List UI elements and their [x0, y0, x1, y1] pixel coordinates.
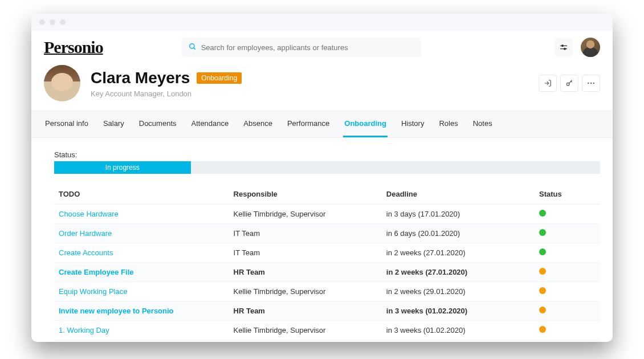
employee-name: Clara Meyers: [91, 69, 190, 87]
cell-deadline: in 3 weeks (01.02.2020): [382, 301, 535, 321]
col-header-deadline: Deadline: [382, 184, 535, 205]
cell-responsible: IT Team: [229, 243, 382, 263]
settings-sliders-button[interactable]: [555, 38, 573, 56]
svg-point-10: [593, 83, 594, 84]
tab-roles[interactable]: Roles: [438, 111, 459, 137]
more-button[interactable]: [582, 75, 600, 92]
cell-responsible: Kellie Timbridge, Supervisor: [229, 321, 382, 340]
progress-fill: In progress: [54, 161, 191, 174]
window-dot: [50, 19, 55, 25]
cell-todo: 1. Working Day: [54, 321, 229, 340]
todo-link[interactable]: Order Hardware: [59, 229, 112, 238]
table-row: Welcome EmailHR Teamin 3 weeks (01.02.20…: [54, 340, 600, 342]
cell-todo: Invite new employee to Personio: [54, 301, 229, 321]
profile-info: Clara Meyers Onboarding Key Account Mana…: [91, 69, 242, 98]
status-dot-orange: [539, 326, 546, 333]
cell-todo: Equip Working Place: [54, 282, 229, 301]
cell-deadline: in 2 weeks (27.01.2020): [382, 243, 535, 263]
cell-todo: Welcome Email: [54, 340, 229, 342]
employee-avatar[interactable]: [44, 65, 80, 101]
employee-subtitle: Key Account Manager, London: [91, 89, 242, 98]
col-header-responsible: Responsible: [229, 184, 382, 205]
table-row: 1. Working DayKellie Timbridge, Supervis…: [54, 321, 600, 340]
cell-responsible: Kellie Timbridge, Supervisor: [229, 282, 382, 301]
topbar-right: [555, 38, 600, 57]
top-bar: Personio: [31, 31, 613, 63]
table-row: Choose HardwareKellie Timbridge, Supervi…: [54, 205, 600, 224]
table-row: Create AccountsIT Teamin 2 weeks (27.01.…: [54, 243, 600, 263]
cell-status: [535, 205, 600, 224]
window-dot: [39, 19, 45, 25]
status-dot-orange: [539, 307, 546, 313]
table-row: Create Employee FileHR Teamin 2 weeks (2…: [54, 263, 600, 282]
svg-point-4: [562, 45, 564, 47]
window-titlebar: [31, 14, 613, 31]
content-area: Status: In progress TODO Responsible Dea…: [31, 138, 613, 342]
cell-deadline: in 3 weeks (01.02.2020): [382, 321, 535, 340]
tab-performance[interactable]: Performance: [286, 111, 331, 137]
table-header-row: TODO Responsible Deadline Status: [54, 184, 600, 205]
cell-status: [535, 340, 600, 342]
search-input[interactable]: [201, 43, 414, 52]
tab-personal-info[interactable]: Personal info: [44, 111, 89, 137]
status-badge: Onboarding: [197, 72, 242, 84]
cell-status: [535, 224, 600, 243]
status-dot-orange: [539, 268, 546, 275]
svg-line-1: [193, 47, 195, 49]
svg-point-8: [588, 83, 589, 84]
search-icon: [189, 43, 197, 52]
user-avatar[interactable]: [581, 38, 600, 57]
cell-deadline: in 2 weeks (27.01.2020): [382, 263, 535, 282]
svg-point-5: [564, 48, 566, 50]
todo-link[interactable]: Equip Working Place: [59, 287, 127, 296]
todo-link[interactable]: Choose Hardware: [59, 210, 119, 218]
svg-point-7: [566, 83, 569, 85]
cell-todo: Create Employee File: [54, 263, 229, 282]
cell-deadline: in 3 days (17.01.2020): [382, 205, 535, 224]
svg-point-9: [590, 83, 592, 84]
cell-responsible: HR Team: [229, 301, 382, 321]
cell-deadline: in 6 days (20.01.2020): [382, 224, 535, 243]
tab-attendance[interactable]: Attendance: [190, 111, 230, 137]
search-box[interactable]: [182, 38, 421, 57]
todo-link[interactable]: 1. Working Day: [59, 326, 109, 334]
tab-notes[interactable]: Notes: [472, 111, 494, 137]
status-label: Status:: [54, 150, 600, 159]
profile-header: Clara Meyers Onboarding Key Account Mana…: [31, 63, 613, 111]
cell-status: [535, 321, 600, 340]
tab-salary[interactable]: Salary: [102, 111, 125, 137]
cell-status: [535, 243, 600, 263]
status-dot-green: [539, 229, 546, 236]
status-dot-green: [539, 248, 546, 255]
cell-todo: Create Accounts: [54, 243, 229, 263]
cell-responsible: HR Team: [229, 340, 382, 342]
status-dot-orange: [539, 287, 546, 294]
tab-absence[interactable]: Absence: [242, 111, 274, 137]
todo-table: TODO Responsible Deadline Status Choose …: [54, 184, 600, 342]
svg-point-0: [189, 43, 194, 48]
profile-actions: [539, 75, 600, 92]
tab-history[interactable]: History: [400, 111, 425, 137]
todo-link[interactable]: Invite new employee to Personio: [59, 307, 174, 315]
tab-documents[interactable]: Documents: [138, 111, 178, 137]
cell-deadline: in 2 weeks (29.01.2020): [382, 282, 535, 301]
cell-deadline: in 3 weeks (01.02.2020): [382, 340, 535, 342]
progress-bar: In progress: [54, 161, 600, 174]
col-header-status: Status: [535, 184, 600, 205]
cell-responsible: Kellie Timbridge, Supervisor: [229, 205, 382, 224]
table-row: Order HardwareIT Teamin 6 days (20.01.20…: [54, 224, 600, 243]
key-button[interactable]: [560, 75, 578, 92]
app-window: Personio Clara Meyers Onboarding Key Acc…: [31, 14, 613, 342]
cell-status: [535, 263, 600, 282]
col-header-todo: TODO: [54, 184, 229, 205]
login-as-button[interactable]: [539, 75, 557, 92]
todo-link[interactable]: Create Employee File: [59, 268, 134, 276]
todo-link[interactable]: Create Accounts: [59, 248, 113, 257]
cell-todo: Choose Hardware: [54, 205, 229, 224]
cell-status: [535, 301, 600, 321]
window-dot: [60, 19, 66, 25]
tab-onboarding[interactable]: Onboarding: [343, 111, 388, 137]
status-dot-green: [539, 210, 546, 217]
app-logo[interactable]: Personio: [44, 38, 103, 57]
table-row: Invite new employee to PersonioHR Teamin…: [54, 301, 600, 321]
